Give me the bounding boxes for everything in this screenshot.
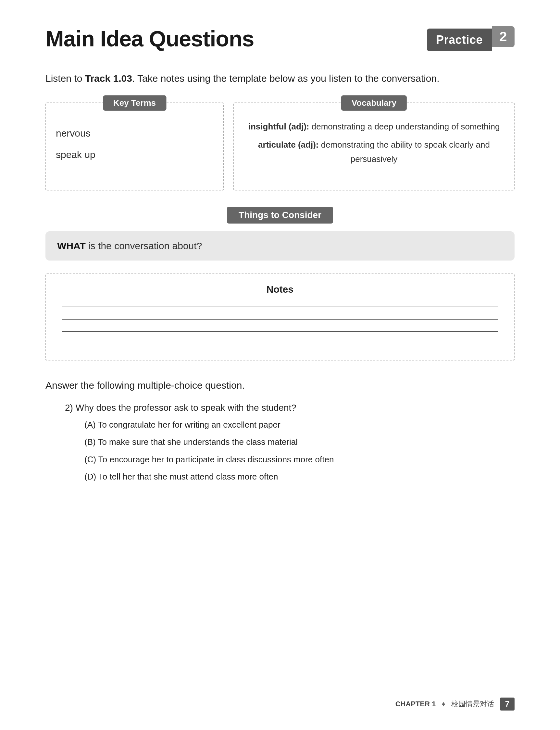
notes-line-1 [62,307,498,307]
vocabulary-box: Vocabulary insightful (adj): demonstrati… [233,103,515,191]
page-footer: CHAPTER 1 ♦ 校园情景对话 7 [395,698,515,711]
vocab-term-2: articulate (adj): [258,140,318,150]
choice-a: (A) To congratulate her for writing an e… [65,418,515,432]
notes-line-2 [62,319,498,320]
things-to-consider-section: Things to Consider WHAT is the conversat… [45,207,515,261]
template-grid: Key Terms nervous speak up Vocabulary in… [45,103,515,191]
practice-badge: Practice 2 [427,29,515,51]
choice-b: (B) To make sure that she understands th… [65,435,515,449]
notes-title: Notes [62,284,498,295]
key-terms-box: Key Terms nervous speak up [45,103,224,191]
what-bold: WHAT [57,241,86,251]
question-number: 2) [65,402,73,413]
notes-line-3 [62,331,498,332]
vocab-def-2: demonstrating the ability to speak clear… [321,140,490,164]
key-terms-header: Key Terms [103,95,166,111]
track-reference: Track 1.03 [85,73,132,84]
page-header: Main Idea Questions Practice 2 [45,26,515,51]
answer-section: Answer the following multiple-choice que… [45,380,515,484]
things-to-consider-header: Things to Consider [227,207,333,224]
instruction: Listen to Track 1.03. Take notes using t… [45,71,515,86]
page-number: 7 [500,698,515,711]
choice-c: (C) To encourage her to participate in c… [65,453,515,466]
vocabulary-header: Vocabulary [341,95,407,111]
practice-label: Practice [427,29,492,51]
answer-instruction: Answer the following multiple-choice que… [45,380,515,391]
notes-box: Notes [45,274,515,361]
key-term-item: speak up [56,144,213,166]
instruction-before: Listen to [45,73,85,84]
what-question-rest: is the conversation about? [88,241,202,251]
vocab-term-1: insightful (adj): [248,122,309,131]
vocab-item-2: articulate (adj): demonstrating the abil… [247,138,501,166]
footer-chapter: CHAPTER 1 [395,700,436,708]
things-header-wrap: Things to Consider [45,207,515,224]
page-title: Main Idea Questions [45,26,254,51]
question-item: 2) Why does the professor ask to speak w… [45,402,515,484]
key-terms-list: nervous speak up [56,119,213,166]
what-question-box: WHAT is the conversation about? [45,231,515,261]
vocab-item-1: insightful (adj): demonstrating a deep u… [247,119,501,134]
practice-number: 2 [492,26,515,47]
question-text: 2) Why does the professor ask to speak w… [65,402,515,413]
choice-d: (D) To tell her that she must attend cla… [65,470,515,484]
key-term-item: nervous [56,123,213,144]
footer-chinese: 校园情景对话 [451,699,494,709]
instruction-after: . Take notes using the template below as… [132,73,440,84]
vocab-def-1: demonstrating a deep understanding of so… [312,122,500,131]
footer-divider: ♦ [442,700,445,708]
question-body: Why does the professor ask to speak with… [76,402,296,413]
